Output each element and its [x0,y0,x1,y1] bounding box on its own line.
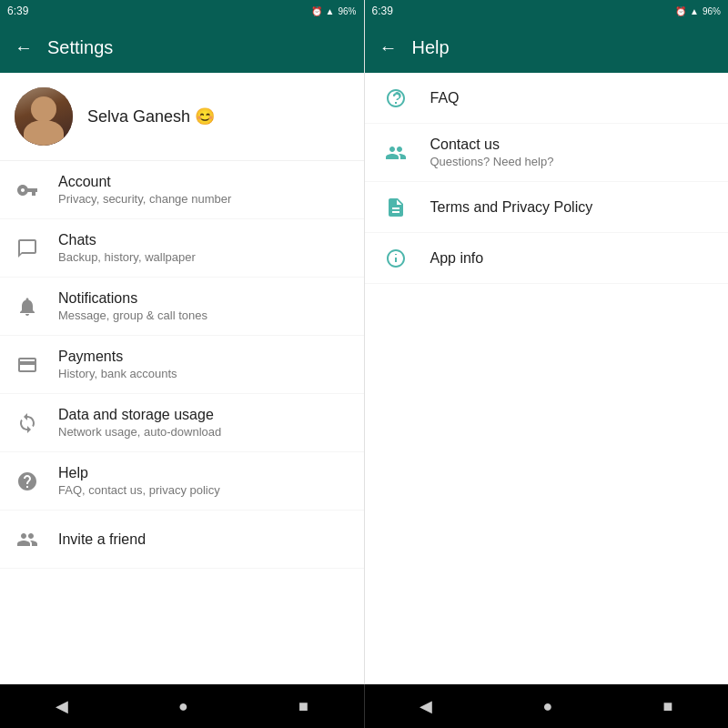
bell-icon [15,296,40,318]
data-storage-subtitle: Network usage, auto-download [58,425,349,439]
invite-title: Invite a friend [58,531,349,548]
faq-title: FAQ [430,90,711,106]
payment-icon [15,354,40,376]
avatar [15,87,73,146]
nav-bar-left: ◀ ● ■ [0,684,364,728]
home-nav-button-left[interactable]: ● [178,697,188,716]
recents-nav-button-left[interactable]: ■ [298,697,308,716]
help-icon [15,470,40,492]
app-info-text: App info [430,250,711,267]
notifications-text: Notifications Message, group & call tone… [58,290,349,322]
home-nav-button-right[interactable]: ● [542,697,552,716]
payments-title: Payments [58,349,349,365]
notifications-title: Notifications [58,290,349,307]
settings-panel: 6:39 ⏰ ▲ 96% ← Settings Selva Ganesh 😊 [0,0,365,684]
nav-bar: ◀ ● ■ ◀ ● ■ [0,684,728,728]
back-button-settings[interactable]: ← [15,37,33,58]
help-title: Help [58,465,349,481]
chat-icon [15,238,40,259]
settings-title: Settings [47,37,113,58]
settings-item-notifications[interactable]: Notifications Message, group & call tone… [0,278,364,336]
profile-name: Selva Ganesh 😊 [87,106,215,126]
settings-item-payments[interactable]: Payments History, bank accounts [0,336,364,394]
settings-item-data-storage[interactable]: Data and storage usage Network usage, au… [0,394,364,452]
settings-list: Account Privacy, security, change number… [0,161,364,684]
alarm-icon: ⏰ [311,6,322,16]
key-icon [15,179,40,201]
back-nav-button-right[interactable]: ◀ [420,696,432,716]
profile-section[interactable]: Selva Ganesh 😊 [0,73,364,161]
chats-text: Chats Backup, history, wallpaper [58,232,349,264]
recents-nav-button-right[interactable]: ■ [663,697,673,716]
payments-text: Payments History, bank accounts [58,349,349,380]
nav-bar-right: ◀ ● ■ [365,684,729,728]
help-title-bar: Help [412,37,450,58]
alarm-icon-right: ⏰ [675,6,686,16]
settings-item-account[interactable]: Account Privacy, security, change number [0,161,364,219]
help-item-app-info[interactable]: App info [365,233,729,284]
contact-title: Contact us [430,136,711,153]
chats-subtitle: Backup, history, wallpaper [58,250,349,264]
help-subtitle: FAQ, contact us, privacy policy [58,483,349,497]
battery-icon-right: 96% [703,6,721,16]
faq-text: FAQ [430,90,711,106]
people-icon-help [383,142,409,164]
help-list: FAQ Contact us Questions? Need help? [365,73,729,684]
back-button-help[interactable]: ← [379,37,398,58]
settings-item-help[interactable]: Help FAQ, contact us, privacy policy [0,452,364,511]
status-bar-left: 6:39 ⏰ ▲ 96% [0,0,364,22]
account-text: Account Privacy, security, change number [58,174,349,206]
status-bar-right: 6:39 ⏰ ▲ 96% [365,0,729,22]
back-nav-button-left[interactable]: ◀ [56,696,68,716]
help-item-faq[interactable]: FAQ [365,73,729,124]
settings-item-chats[interactable]: Chats Backup, history, wallpaper [0,219,364,278]
help-panel: 6:39 ⏰ ▲ 96% ← Help [365,0,729,684]
question-icon [383,87,409,109]
data-icon [15,412,40,434]
terms-title: Terms and Privacy Policy [430,199,711,216]
help-item-contact[interactable]: Contact us Questions? Need help? [365,124,729,182]
account-title: Account [58,174,349,190]
contact-text: Contact us Questions? Need help? [430,136,711,168]
info-icon [383,248,409,269]
settings-item-invite[interactable]: Invite a friend [0,511,364,569]
help-item-terms[interactable]: Terms and Privacy Policy [365,182,729,233]
help-app-bar: ← Help [365,22,729,73]
battery-icon: 96% [338,6,356,16]
people-icon-settings [15,529,40,551]
terms-text: Terms and Privacy Policy [430,199,711,216]
help-text: Help FAQ, contact us, privacy policy [58,465,349,497]
invite-text: Invite a friend [58,531,349,548]
data-storage-title: Data and storage usage [58,407,349,423]
account-subtitle: Privacy, security, change number [58,192,349,206]
notifications-subtitle: Message, group & call tones [58,308,349,322]
settings-app-bar: ← Settings [0,22,364,73]
document-icon [383,197,409,218]
app-info-title: App info [430,250,711,267]
contact-subtitle: Questions? Need help? [430,155,711,168]
signal-icon-right: ▲ [690,6,699,16]
time-left: 6:39 [7,5,28,17]
time-right: 6:39 [372,5,393,17]
signal-icon: ▲ [326,6,335,16]
payments-subtitle: History, bank accounts [58,367,349,380]
chats-title: Chats [58,232,349,248]
data-storage-text: Data and storage usage Network usage, au… [58,407,349,439]
